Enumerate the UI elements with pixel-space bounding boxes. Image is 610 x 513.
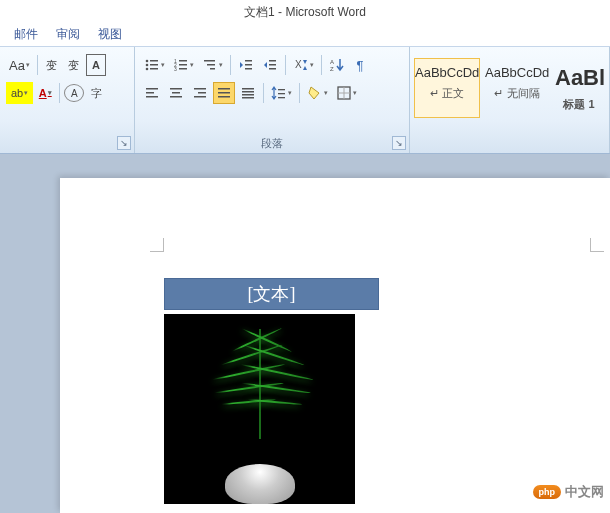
line-spacing-button[interactable]: ▾ — [268, 82, 295, 104]
svg-rect-31 — [198, 92, 206, 94]
align-left-button[interactable] — [141, 82, 163, 104]
style-preview: AaBbCcDd — [415, 65, 479, 80]
svg-rect-28 — [172, 92, 180, 94]
svg-text:A: A — [330, 59, 334, 65]
svg-rect-13 — [207, 64, 215, 66]
ribbon: Aa▾ 变 变 A ab▾ A▾ A 字 ↘ ▾ 123▾ ▾ X▾ AZ ¶ — [0, 46, 610, 154]
svg-rect-7 — [179, 60, 187, 62]
svg-rect-17 — [245, 68, 252, 70]
multilevel-button[interactable]: ▾ — [199, 54, 226, 76]
svg-rect-20 — [269, 68, 276, 70]
font-color-button[interactable]: A▾ — [35, 82, 55, 104]
style-name: ↵ 正文 — [415, 86, 479, 101]
char-border-button[interactable]: A — [86, 54, 106, 76]
watermark: php 中文网 — [533, 483, 605, 501]
svg-rect-42 — [278, 97, 285, 98]
font-group: Aa▾ 变 变 A ab▾ A▾ A 字 ↘ — [0, 47, 135, 153]
svg-rect-29 — [170, 96, 182, 98]
svg-point-0 — [146, 60, 149, 63]
svg-rect-15 — [245, 60, 252, 62]
svg-rect-14 — [210, 68, 215, 70]
style-preview: AaBl — [555, 65, 605, 90]
enclosed-char-button[interactable]: A — [64, 84, 84, 102]
document-workspace: [文本] — [0, 154, 610, 513]
svg-rect-3 — [150, 64, 158, 66]
svg-rect-30 — [194, 88, 206, 90]
svg-rect-41 — [278, 93, 285, 94]
margin-corner-left — [150, 238, 164, 252]
svg-rect-32 — [194, 96, 206, 98]
paragraph-group-label: 段落 — [135, 136, 409, 151]
content-control[interactable]: [文本] — [164, 278, 379, 504]
svg-text:Z: Z — [330, 66, 334, 72]
tab-review[interactable]: 审阅 — [56, 26, 80, 43]
align-justify-button[interactable] — [213, 82, 235, 104]
svg-rect-26 — [146, 96, 158, 98]
style-no-spacing[interactable]: AaBbCcDd ↵ 无间隔 — [484, 58, 550, 118]
svg-rect-38 — [242, 94, 254, 96]
svg-text:X: X — [295, 59, 302, 70]
change-case-button[interactable]: Aa▾ — [6, 54, 33, 76]
svg-rect-34 — [218, 92, 230, 94]
decrease-indent-button[interactable] — [235, 54, 257, 76]
show-marks-button[interactable]: ¶ — [350, 54, 370, 76]
style-name: 标题 1 — [555, 97, 603, 112]
char-border2-button[interactable]: 变 — [64, 54, 84, 76]
svg-rect-36 — [242, 88, 254, 90]
svg-rect-40 — [278, 89, 285, 90]
content-control-title[interactable]: [文本] — [164, 278, 379, 310]
sort-button[interactable]: AZ — [326, 54, 348, 76]
svg-rect-19 — [269, 64, 276, 66]
svg-rect-1 — [150, 60, 158, 62]
styles-group: AaBbCcDd ↵ 正文 AaBbCcDd ↵ 无间隔 AaBl 标题 1 — [410, 47, 610, 153]
svg-rect-39 — [242, 97, 254, 99]
ribbon-tabs: 邮件 审阅 视图 — [0, 22, 610, 46]
watermark-badge: php — [533, 485, 562, 499]
svg-rect-37 — [242, 91, 254, 93]
font-dialog-launcher[interactable]: ↘ — [117, 136, 131, 150]
style-preview: AaBbCcDd — [485, 65, 549, 80]
asian-layout-button[interactable]: X▾ — [290, 54, 317, 76]
svg-rect-11 — [179, 68, 187, 70]
inserted-image[interactable] — [164, 314, 355, 504]
char-shading-button[interactable]: 字 — [86, 82, 106, 104]
align-right-button[interactable] — [189, 82, 211, 104]
tab-mail[interactable]: 邮件 — [14, 26, 38, 43]
svg-rect-9 — [179, 64, 187, 66]
svg-rect-27 — [170, 88, 182, 90]
svg-rect-12 — [204, 60, 215, 62]
svg-rect-5 — [150, 68, 158, 70]
increase-indent-button[interactable] — [259, 54, 281, 76]
svg-rect-18 — [269, 60, 276, 62]
align-distributed-button[interactable] — [237, 82, 259, 104]
svg-rect-35 — [218, 96, 230, 98]
page[interactable]: [文本] — [60, 178, 610, 513]
tab-view[interactable]: 视图 — [98, 26, 122, 43]
svg-rect-25 — [146, 92, 154, 94]
svg-point-2 — [146, 64, 149, 67]
borders-button[interactable]: ▾ — [333, 82, 360, 104]
numbering-button[interactable]: 123▾ — [170, 54, 197, 76]
style-name: ↵ 无间隔 — [485, 86, 549, 101]
pot-graphic — [225, 464, 295, 504]
bullets-button[interactable]: ▾ — [141, 54, 168, 76]
watermark-text: 中文网 — [565, 483, 604, 501]
window-title: 文档1 - Microsoft Word — [0, 0, 610, 22]
style-normal[interactable]: AaBbCcDd ↵ 正文 — [414, 58, 480, 118]
paragraph-dialog-launcher[interactable]: ↘ — [392, 136, 406, 150]
svg-rect-16 — [245, 64, 252, 66]
align-center-button[interactable] — [165, 82, 187, 104]
paragraph-group: ▾ 123▾ ▾ X▾ AZ ¶ ▾ ▾ ▾ 段落 ↘ — [135, 47, 410, 153]
phonetic-guide-button[interactable]: 变 — [42, 54, 62, 76]
shading-button[interactable]: ▾ — [304, 82, 331, 104]
svg-point-4 — [146, 68, 149, 71]
highlight-button[interactable]: ab▾ — [6, 82, 33, 104]
plant-graphic — [259, 329, 261, 439]
style-heading1[interactable]: AaBl 标题 1 — [554, 58, 604, 118]
svg-rect-33 — [218, 88, 230, 90]
svg-rect-24 — [146, 88, 158, 90]
margin-corner-right — [590, 238, 604, 252]
svg-text:3: 3 — [174, 66, 177, 72]
